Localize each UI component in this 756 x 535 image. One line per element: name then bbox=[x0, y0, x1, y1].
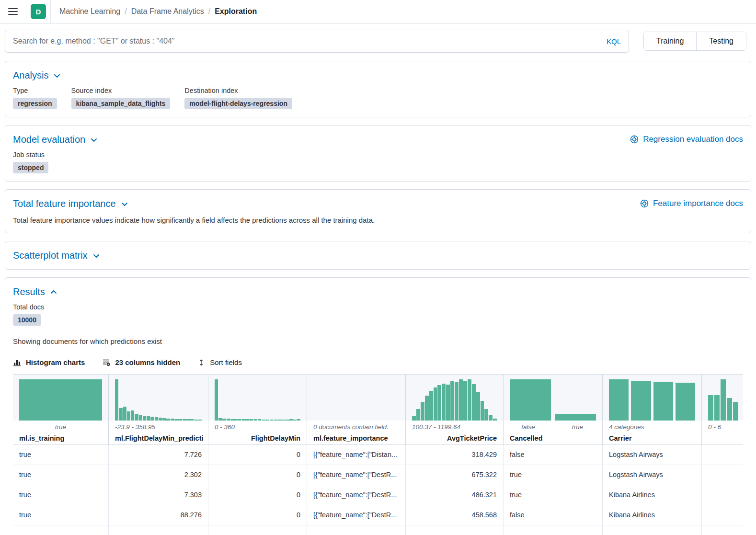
columns-hidden-button[interactable]: 23 columns hidden bbox=[102, 358, 180, 366]
grid-cell[interactable]: [{"feature_name":["DestR... bbox=[307, 465, 406, 485]
table-row: true88.2760[{"feature_name":["DestR...45… bbox=[13, 505, 743, 525]
panel-title: Scatterplot matrix bbox=[13, 249, 88, 262]
grid-cell[interactable] bbox=[702, 485, 743, 505]
grid-cell[interactable]: 486.321 bbox=[406, 485, 504, 505]
grid-cell[interactable]: 0 bbox=[208, 445, 307, 465]
field-label: Total docs bbox=[13, 303, 44, 311]
histogram-bar bbox=[238, 419, 241, 421]
histogram-bar bbox=[166, 419, 170, 421]
histogram-bar bbox=[147, 416, 150, 421]
grid-cell[interactable]: true bbox=[13, 445, 109, 465]
grid-cell[interactable] bbox=[504, 525, 603, 535]
analysis-accordion-toggle[interactable]: Analysis bbox=[13, 69, 61, 81]
histogram-bar bbox=[215, 379, 218, 421]
grid-cell[interactable]: true bbox=[13, 505, 109, 525]
feature-importance-docs-link[interactable]: Feature importance docs bbox=[640, 199, 743, 208]
grid-cell[interactable]: Logstash Airways bbox=[603, 445, 702, 465]
top-header: D Machine Learning / Data Frame Analytic… bbox=[0, 0, 756, 23]
grid-cell[interactable] bbox=[603, 525, 702, 535]
scatterplot-accordion-toggle[interactable]: Scatterplot matrix bbox=[13, 249, 100, 262]
breadcrumb-machine-learning[interactable]: Machine Learning bbox=[59, 7, 120, 16]
column-name: Cancelled bbox=[504, 432, 602, 444]
grid-cell[interactable]: true bbox=[504, 485, 603, 505]
testing-button[interactable]: Testing bbox=[696, 32, 746, 50]
histogram-bar bbox=[218, 418, 222, 421]
grid-column-header-clipped[interactable]: 0 - 6 bbox=[702, 375, 743, 444]
grid-cell[interactable]: 318.429 bbox=[406, 445, 504, 465]
sort-fields-button[interactable]: Sort fields bbox=[197, 358, 242, 366]
grid-cell[interactable]: 0 bbox=[208, 505, 307, 525]
grid-body: true7.7260[{"feature_name":["Distan...31… bbox=[13, 445, 743, 535]
grid-cell[interactable] bbox=[406, 525, 504, 535]
model-evaluation-accordion-toggle[interactable]: Model evaluation bbox=[13, 133, 98, 146]
grid-cell[interactable]: Kibana Airlines bbox=[603, 505, 702, 525]
grid-cell[interactable]: Kibana Airlines bbox=[603, 485, 702, 505]
chevron-down-icon bbox=[121, 200, 128, 208]
grid-cell[interactable] bbox=[208, 525, 307, 535]
grid-header: trueml.is_training-23.9 - 358.95ml.Fligh… bbox=[13, 375, 743, 445]
toolbar-label: Histogram charts bbox=[26, 358, 85, 366]
histogram-bar bbox=[459, 379, 463, 421]
grid-cell[interactable] bbox=[702, 465, 743, 485]
grid-cell[interactable]: [{"feature_name":["DestR... bbox=[307, 505, 406, 525]
grid-column-header-ml.feature_importance[interactable]: 0 documents contain field.ml.feature_imp… bbox=[307, 375, 406, 444]
grid-cell[interactable]: true bbox=[13, 465, 109, 485]
job-status-field: Job status stopped bbox=[13, 150, 743, 173]
column-name: AvgTicketPrice bbox=[406, 432, 503, 444]
grid-column-header-Carrier[interactable]: 4 categoriesCarrier bbox=[603, 375, 702, 444]
grid-cell[interactable]: 458.568 bbox=[406, 505, 504, 525]
hamburger-menu-button[interactable] bbox=[0, 0, 26, 23]
field-label: Source index bbox=[71, 86, 171, 95]
grid-cell[interactable]: 7.726 bbox=[109, 445, 208, 465]
grid-cell[interactable]: true bbox=[13, 485, 109, 505]
grid-column-header-AvgTicketPrice[interactable]: 100.37 - 1199.64AvgTicketPrice bbox=[406, 375, 504, 444]
histogram-bar bbox=[653, 382, 673, 421]
histogram-bar bbox=[265, 420, 269, 421]
breadcrumb-data-frame-analytics[interactable]: Data Frame Analytics bbox=[131, 7, 204, 16]
histogram-bar bbox=[127, 411, 130, 421]
analysis-panel: Analysis Type regression Source index ki… bbox=[5, 61, 751, 117]
histogram-bar bbox=[555, 414, 596, 421]
grid-cell[interactable]: false bbox=[504, 505, 603, 525]
destination-index-badge: model-flight-delays-regression bbox=[184, 98, 292, 109]
grid-cell[interactable]: [{"feature_name":["Distan... bbox=[307, 445, 406, 465]
docs-link-label: Feature importance docs bbox=[653, 199, 743, 208]
grid-cell[interactable] bbox=[702, 525, 743, 535]
histogram-bar bbox=[442, 384, 446, 421]
grid-cell[interactable]: 88.276 bbox=[109, 505, 208, 525]
grid-cell[interactable] bbox=[307, 525, 406, 535]
grid-cell[interactable]: false bbox=[504, 445, 603, 465]
grid-cell[interactable]: [{"feature_name":["DestR... bbox=[307, 485, 406, 505]
feature-importance-accordion-toggle[interactable]: Total feature importance bbox=[13, 197, 128, 210]
grid-cell[interactable] bbox=[109, 525, 208, 535]
grid-column-header-FlightDelayMin[interactable]: 0 - 360FlightDelayMin bbox=[208, 375, 307, 444]
histogram-bar bbox=[162, 418, 166, 421]
grid-cell[interactable] bbox=[13, 525, 109, 535]
grid-cell[interactable]: 0 bbox=[208, 485, 307, 505]
grid-cell[interactable]: 0 bbox=[208, 465, 307, 485]
histogram-bar bbox=[19, 379, 102, 421]
grid-cell[interactable] bbox=[702, 445, 743, 465]
scatterplot-matrix-panel: Scatterplot matrix bbox=[5, 241, 751, 270]
grid-cell[interactable]: true bbox=[504, 465, 603, 485]
training-button[interactable]: Training bbox=[644, 32, 696, 50]
grid-cell[interactable]: 675.322 bbox=[406, 465, 504, 485]
histogram-bar bbox=[437, 385, 441, 421]
space-avatar[interactable]: D bbox=[31, 4, 46, 19]
column-name: Carrier bbox=[603, 432, 701, 444]
grid-column-header-ml.is_training[interactable]: trueml.is_training bbox=[13, 375, 109, 444]
grid-cell[interactable]: Logstash Airways bbox=[603, 465, 702, 485]
grid-column-header-Cancelled[interactable]: falsetrueCancelled bbox=[504, 375, 603, 444]
regression-evaluation-docs-link[interactable]: Regression evaluation docs bbox=[630, 135, 743, 144]
grid-cell[interactable]: 2.302 bbox=[109, 465, 208, 485]
grid-cell[interactable] bbox=[702, 505, 743, 525]
histogram bbox=[406, 375, 503, 421]
results-accordion-toggle[interactable]: Results bbox=[13, 285, 57, 298]
grid-column-header-ml.FlightDelayMin_predicti[interactable]: -23.9 - 358.95ml.FlightDelayMin_predicti bbox=[109, 375, 208, 444]
histogram-charts-button[interactable]: Histogram charts bbox=[13, 358, 85, 366]
histogram-bar bbox=[472, 384, 476, 421]
histogram-range-label: 4 categories bbox=[603, 422, 701, 432]
search-input[interactable] bbox=[13, 37, 600, 46]
grid-cell[interactable]: 7.303 bbox=[109, 485, 208, 505]
kql-language-button[interactable]: KQL bbox=[607, 37, 621, 46]
